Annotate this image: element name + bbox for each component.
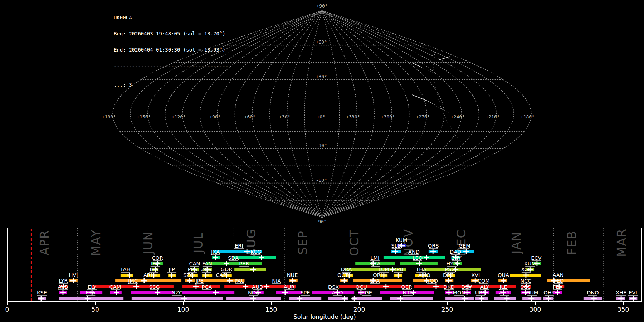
ecliptic-track	[434, 49, 479, 159]
month-label: MAR	[615, 228, 629, 257]
shower-code-label: AUR	[284, 284, 295, 290]
equator-longitude-label: +90°	[209, 114, 220, 119]
shower-code-label: DAD	[450, 249, 461, 255]
shower-bar	[289, 297, 321, 300]
shower-code-label: ALY	[480, 284, 489, 290]
shower-bar	[132, 297, 223, 300]
shower-code-label: DNO	[587, 290, 599, 296]
shower-bar	[339, 285, 410, 288]
shower-code-label: GEM	[459, 243, 470, 249]
shower-code-label: ORI	[373, 272, 382, 278]
shower-bar	[390, 297, 433, 300]
shower-code-label: AAN	[552, 272, 564, 278]
shower-code-label: COM	[478, 278, 490, 284]
latitude-label: -60°	[316, 177, 327, 183]
shower-bar	[445, 297, 474, 300]
shower-code-label: ARI	[143, 272, 152, 278]
x-axis-tick-label: 300	[530, 306, 541, 313]
x-axis-tick-label: 150	[265, 306, 277, 313]
meteor-trail-extension	[428, 101, 450, 114]
x-axis-tick-label: 0	[5, 306, 9, 313]
shower-code-label: OHY	[543, 290, 555, 296]
shower-code-label: SDA	[228, 255, 239, 261]
meteor-trail	[413, 63, 421, 67]
shower-code-label: SSG	[149, 284, 160, 290]
x-axis-tick-label: 100	[177, 306, 189, 313]
x-axis-tick-label: 50	[91, 306, 99, 313]
month-label: JUL	[191, 232, 205, 254]
month-label: FEB	[565, 230, 579, 255]
equator-longitude-label: +210°	[486, 114, 499, 119]
x-axis-tick-label: 200	[353, 306, 365, 313]
shower-bar	[59, 297, 123, 300]
shower-code-label: SPE	[300, 290, 310, 296]
shower-code-label: LYR	[59, 278, 68, 284]
shower-bar	[206, 262, 262, 265]
pole-label-south: -90°	[315, 219, 326, 224]
shower-code-label: MON	[453, 290, 465, 296]
month-label: JAN	[509, 231, 523, 254]
shower-bar	[414, 285, 447, 288]
shower-code-label: KCG	[250, 249, 261, 255]
shower-bar	[131, 291, 174, 294]
shower-code-label: PAU	[235, 278, 245, 284]
shower-code-label: ELY	[88, 284, 96, 290]
shower-code-label: XHE	[616, 290, 626, 296]
shower-code-label: JMC	[128, 278, 138, 284]
shower-code-label: LUM	[379, 267, 389, 272]
equator-longitude-label: +300°	[381, 114, 395, 119]
shower-code-label: OER	[401, 284, 413, 290]
shower-code-label: NIA	[272, 278, 281, 284]
equator-longitude-label: +60°	[244, 114, 255, 119]
shower-bar	[92, 285, 174, 288]
equator-longitude-label: +330°	[346, 114, 360, 119]
shower-code-label: NZC	[171, 290, 182, 296]
shower-code-label: JPE	[195, 278, 204, 284]
month-label: JUN	[141, 231, 155, 255]
shower-code-label: LEO	[413, 255, 423, 261]
shower-code-label: COR	[152, 255, 163, 261]
shower-code-label: JIP	[168, 267, 175, 272]
shower-code-label: HVI	[69, 272, 78, 278]
shower-code-label: CAN	[189, 261, 200, 267]
shower-code-label: NCC	[520, 278, 531, 284]
x-axis-title: Solar longitude (deg)	[293, 313, 356, 320]
equator-longitude-label: +240°	[451, 114, 465, 119]
latitude-label: -30°	[316, 143, 327, 148]
shower-code-label: XVI	[471, 272, 480, 278]
meteor-trail	[412, 95, 428, 101]
shower-code-label: CAM	[109, 284, 121, 290]
radiant-activity-screen: UK00CA Beg: 20260403 19:48:05 (sol = 13.…	[0, 0, 644, 322]
equator-longitude-label: +270°	[416, 114, 430, 119]
equator-longitude-label: +0°	[317, 114, 325, 119]
shower-bar	[276, 291, 302, 294]
shower-code-label: DRA	[341, 267, 352, 272]
x-axis-tick-label: 250	[441, 306, 453, 313]
shower-code-label: KSE	[37, 290, 47, 296]
plot-canvas: +90°-90°+180°+150°+120°+90°+60°+30°+0°+3…	[0, 0, 644, 322]
shower-code-label: LMI	[370, 255, 379, 261]
shower-code-label: FAN	[202, 261, 212, 267]
shower-code-label: THA	[415, 267, 426, 272]
month-label: SEP	[296, 230, 310, 255]
shower-code-label: GDR	[221, 267, 232, 272]
shower-code-label: KUM	[396, 237, 407, 243]
shower-code-label: ORS	[428, 243, 439, 249]
shower-code-label: XUM	[524, 261, 536, 267]
shower-code-label: TAH	[120, 267, 131, 272]
shower-code-label: PCA	[202, 284, 212, 290]
equator-longitude-label: +180°	[521, 114, 535, 119]
shower-bar	[115, 279, 181, 282]
month-label: APR	[38, 230, 52, 255]
shower-code-label: AND	[408, 249, 420, 255]
shower-code-label: ERI	[235, 243, 243, 249]
shower-code-label: EVI	[629, 290, 637, 296]
month-label: MAY	[89, 229, 103, 256]
meteor-trail-extension	[421, 67, 434, 73]
pole-label-north: +90°	[316, 3, 327, 9]
shower-code-label: PER	[239, 261, 249, 267]
equator-longitude-label: +120°	[172, 114, 186, 119]
shower-code-label: OCU	[356, 284, 367, 290]
shower-code-label: DKD	[443, 284, 455, 290]
latitude-label: +60°	[316, 39, 327, 45]
